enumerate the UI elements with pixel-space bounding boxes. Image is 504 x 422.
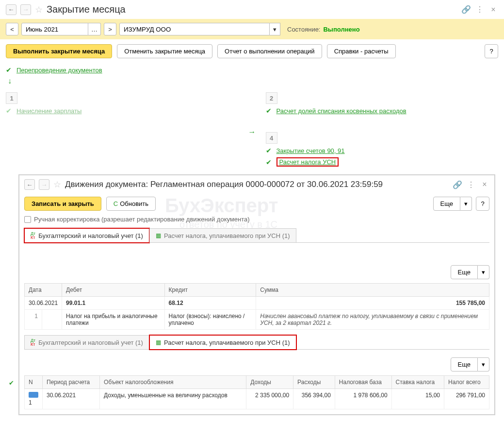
inner-link-icon[interactable]: 🔗 bbox=[453, 180, 462, 189]
grid-icon: ▦ bbox=[156, 339, 161, 346]
arrow-right-icon: → bbox=[248, 128, 256, 136]
th-object: Объект налогообложения bbox=[100, 376, 246, 389]
th-expense: Расходы bbox=[293, 376, 335, 389]
tab-usn-calc[interactable]: ▦ Расчет налога, уплачиваемого при УСН (… bbox=[149, 228, 296, 243]
th-n: N bbox=[25, 376, 43, 389]
dtkt-icon: ДтКт bbox=[31, 338, 35, 346]
inner-page-title: Движения документа: Регламентная операци… bbox=[65, 180, 449, 189]
th-base: Налоговая база bbox=[335, 376, 391, 389]
th-rate: Ставка налога bbox=[391, 376, 444, 389]
organization-dropdown-button[interactable]: ▾ bbox=[270, 23, 280, 35]
indirect-costs-link[interactable]: Расчет долей списания косвенных расходов bbox=[276, 107, 406, 115]
page-title: Закрытие месяца bbox=[47, 4, 457, 15]
report-button[interactable]: Отчет о выполнении операций bbox=[217, 44, 322, 58]
repost-link[interactable]: Перепроведение документов bbox=[16, 67, 102, 74]
table-row[interactable]: 1 Налог на прибыль и аналогичные платежи… bbox=[25, 310, 489, 330]
grid-icon: ▦ bbox=[156, 232, 161, 239]
step-2-badge: 2 bbox=[266, 92, 277, 104]
check-icon: ✔ bbox=[266, 158, 272, 166]
nav-forward-button[interactable]: → bbox=[20, 4, 31, 15]
inner-favorite-icon[interactable]: ☆ bbox=[53, 179, 61, 190]
manual-edit-label: Ручная корректировка (разрешает редактир… bbox=[34, 216, 250, 223]
parameter-bar: < … > ▾ Состояние: Выполнено bbox=[0, 19, 504, 39]
state-value: Выполнено bbox=[323, 26, 359, 33]
table-row[interactable]: 1 30.06.2021 Доходы, уменьшенные на вели… bbox=[25, 389, 489, 409]
cancel-close-button[interactable]: Отменить закрытие месяца bbox=[117, 44, 212, 58]
table1-more-dropdown[interactable]: ▾ bbox=[478, 265, 489, 279]
period-picker-button[interactable]: … bbox=[88, 23, 101, 35]
inner-nav-back-button[interactable]: ← bbox=[24, 179, 35, 190]
save-close-button[interactable]: Записать и закрыть bbox=[24, 197, 101, 211]
period-next-button[interactable]: > bbox=[104, 23, 116, 35]
inner-close-icon[interactable]: × bbox=[480, 180, 489, 189]
th-sum: Сумма bbox=[256, 284, 489, 297]
main-titlebar: ← → ☆ Закрытие месяца 🔗 ⋮ × bbox=[0, 0, 504, 19]
nav-back-button[interactable]: ← bbox=[6, 4, 16, 15]
more-menu-icon[interactable]: ⋮ bbox=[475, 5, 485, 15]
state-label: Состояние: bbox=[287, 26, 320, 33]
main-toolbar: Выполнить закрытие месяца Отменить закры… bbox=[0, 39, 504, 63]
th-date: Дата bbox=[25, 284, 62, 297]
th-debit: Дебет bbox=[62, 284, 165, 297]
close-accounts-link[interactable]: Закрытие счетов 90, 91 bbox=[276, 147, 345, 154]
step-4-badge: 4 bbox=[266, 132, 277, 144]
table2-more-dropdown[interactable]: ▾ bbox=[478, 357, 489, 371]
refresh-icon: С bbox=[114, 200, 118, 207]
th-credit: Кредит bbox=[164, 284, 256, 297]
check-icon: ✔ bbox=[9, 379, 14, 387]
favorite-star-icon[interactable]: ☆ bbox=[35, 4, 43, 15]
manual-edit-checkbox[interactable] bbox=[24, 216, 31, 223]
close-icon[interactable]: × bbox=[488, 5, 498, 15]
row-marker-icon bbox=[29, 392, 38, 398]
check-icon: ✔ bbox=[266, 107, 272, 115]
period-prev-button[interactable]: < bbox=[6, 23, 18, 35]
tab-accounting-2[interactable]: ДтКт Бухгалтерский и налоговый учет (1) bbox=[24, 335, 149, 350]
tab-accounting[interactable]: ДтКт Бухгалтерский и налоговый учет (1) bbox=[24, 228, 149, 243]
step-1-badge: 1 bbox=[6, 92, 17, 104]
help-button[interactable]: ? bbox=[485, 44, 498, 58]
inner-help-button[interactable]: ? bbox=[476, 197, 489, 211]
more-dropdown-button[interactable]: ▾ bbox=[460, 197, 472, 211]
accounting-table: Дата Дебет Кредит Сумма 30.06.2021 99.01… bbox=[24, 283, 489, 330]
table-row[interactable]: 30.06.2021 99.01.1 68.12 155 785,00 bbox=[25, 297, 489, 310]
tab-usn-calc-2[interactable]: ▦ Расчет налога, уплачиваемого при УСН (… bbox=[149, 335, 296, 350]
payroll-link[interactable]: Начисление зарплаты bbox=[16, 107, 81, 115]
table1-more-button[interactable]: Еще bbox=[451, 265, 478, 279]
table2-more-button[interactable]: Еще bbox=[451, 357, 478, 371]
inner-more-icon[interactable]: ⋮ bbox=[466, 180, 476, 189]
inner-window: ✔ БухЭксперт ответов по учету в 1С ← → ☆… bbox=[18, 174, 495, 415]
check-icon: ✔ bbox=[6, 66, 12, 74]
execute-button[interactable]: Выполнить закрытие месяца bbox=[6, 44, 112, 58]
more-button[interactable]: Еще bbox=[433, 197, 460, 211]
usn-tax-link[interactable]: Расчет налога УСН bbox=[279, 158, 336, 166]
calcs-button[interactable]: Справки - расчеты bbox=[327, 44, 396, 58]
th-period: Период расчета bbox=[43, 376, 100, 389]
check-icon: ✔ bbox=[266, 147, 272, 154]
refresh-button[interactable]: СОбновить bbox=[106, 197, 156, 211]
usn-table: N Период расчета Объект налогообложения … bbox=[24, 375, 489, 409]
inner-nav-forward-button[interactable]: → bbox=[39, 179, 49, 190]
arrow-down-icon: ↓ bbox=[8, 77, 498, 85]
th-tax: Налог всего bbox=[444, 376, 489, 389]
link-icon[interactable]: 🔗 bbox=[461, 5, 471, 15]
period-input[interactable] bbox=[21, 23, 88, 35]
th-income: Доходы bbox=[246, 376, 293, 389]
dtkt-icon: ДтКт bbox=[31, 232, 35, 239]
check-icon: ✔ bbox=[6, 107, 12, 115]
organization-input[interactable] bbox=[119, 23, 270, 35]
